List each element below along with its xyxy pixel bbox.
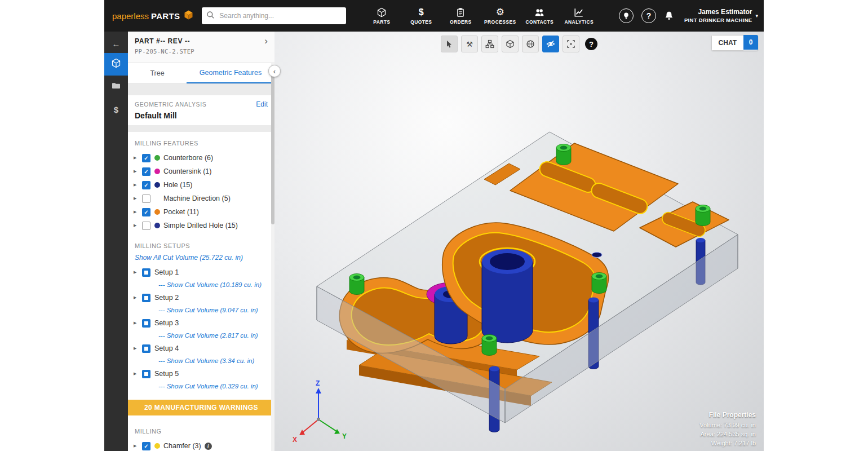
caret-icon[interactable]: [134, 270, 141, 275]
checkbox[interactable]: [142, 319, 150, 328]
checkbox[interactable]: [142, 222, 150, 230]
viewer-help-button[interactable]: ?: [585, 38, 597, 50]
nav-orders[interactable]: ORDERS: [441, 0, 480, 32]
paperless-parts-logo[interactable]: paperlessPARTS: [112, 10, 194, 23]
nav-contacts[interactable]: CONTACTS: [520, 0, 559, 32]
hide-geometry-icon: [546, 39, 555, 48]
rail-item-pricing[interactable]: [104, 98, 128, 121]
file-properties-area: Area: 224.535 sq. in: [699, 430, 756, 439]
nav-label: CONTACTS: [525, 19, 553, 25]
chevron-right-icon: [264, 38, 268, 45]
show-cut-volume-link[interactable]: --- Show Cut Volume (3.34 cu. in): [128, 355, 274, 366]
feature-row: Machine Direction (5): [128, 192, 274, 205]
primary-nav: PARTS $ QUOTES ORDERS ⚙ PROCESSES CONTAC…: [362, 0, 599, 32]
folder-icon: [111, 81, 121, 93]
feature-label: Machine Direction (5): [163, 194, 231, 202]
clipboard-icon: [455, 7, 466, 17]
feature-row: Pocket (11): [128, 205, 274, 219]
help-icon[interactable]: ?: [641, 8, 656, 23]
checkbox[interactable]: [142, 370, 150, 378]
setup-label: Setup 1: [154, 268, 179, 276]
caret-icon[interactable]: [134, 169, 141, 174]
axis-x-label: X: [293, 436, 297, 444]
rail-item-files[interactable]: [104, 76, 128, 98]
checkbox[interactable]: [142, 208, 150, 216]
caret-icon[interactable]: [134, 223, 141, 228]
checkbox[interactable]: [142, 194, 150, 203]
feature-row: Countersink (1): [128, 165, 274, 178]
show-cut-volume-link[interactable]: --- Show Cut Volume (2.817 cu. in): [128, 329, 274, 341]
warning-row: Chamfer (3): [128, 439, 274, 451]
rail-item-part-viewer[interactable]: [104, 53, 128, 76]
checkbox[interactable]: [142, 268, 150, 277]
checkbox[interactable]: [142, 294, 150, 302]
chevron-down-icon: [755, 13, 758, 19]
section-title: MILLING: [128, 428, 274, 435]
caret-icon[interactable]: [134, 183, 141, 187]
checkbox[interactable]: [142, 181, 150, 189]
dollar-icon: $: [419, 7, 424, 17]
caret-icon[interactable]: [134, 295, 141, 300]
nav-label: PROCESSES: [484, 19, 516, 25]
setup-block: Setup 1 --- Show Cut Volume (10.189 cu. …: [128, 266, 274, 290]
nav-quotes[interactable]: $ QUOTES: [401, 0, 441, 32]
notifications-bell-icon[interactable]: [664, 11, 674, 21]
warning-label: Chamfer (3): [163, 442, 201, 450]
info-icon[interactable]: [205, 443, 212, 450]
caret-icon[interactable]: [134, 444, 141, 448]
caret-icon[interactable]: [134, 321, 141, 325]
back-arrow-icon[interactable]: [104, 34, 128, 53]
chat-button[interactable]: CHAT 0: [711, 35, 758, 51]
section-title: MILLING FEATURES: [128, 140, 274, 147]
search-input[interactable]: [218, 11, 342, 20]
section-title: MILLING SETUPS: [128, 242, 274, 249]
checkbox[interactable]: [142, 344, 150, 353]
fit-view-button[interactable]: [563, 36, 579, 52]
show-cut-volume-link[interactable]: --- Show Cut Volume (10.189 cu. in): [128, 278, 274, 290]
show-all-cut-volume-link[interactable]: Show All Cut Volume (25.722 cu. in): [128, 254, 274, 262]
caret-icon[interactable]: [134, 210, 141, 214]
manufacturing-warnings-banner[interactable]: 20 MANUFACTURING WARNINGS: [128, 400, 274, 415]
nav-processes[interactable]: ⚙ PROCESSES: [480, 0, 520, 32]
file-properties-volume: Volume: 73.99 cu. in: [699, 421, 756, 430]
checkbox[interactable]: [142, 167, 150, 176]
edit-link[interactable]: Edit: [256, 100, 268, 108]
show-cut-volume-link[interactable]: --- Show Cut Volume (9.047 cu. in): [128, 304, 274, 316]
logo-cube-icon: [182, 10, 194, 23]
checkbox[interactable]: [142, 442, 150, 450]
global-search: [202, 7, 346, 24]
3d-viewer: ⚒ ? CHAT 0: [274, 32, 764, 451]
nav-analytics[interactable]: ANALYTICS: [559, 0, 599, 32]
tools-icon: ⚒: [466, 41, 473, 48]
caret-icon[interactable]: [134, 372, 141, 376]
user-org: PINT DRINKER MACHINE: [684, 16, 752, 24]
globe-view-button[interactable]: [522, 36, 539, 52]
sidebar-collapse-button[interactable]: [268, 65, 281, 77]
setup-label: Setup 5: [154, 370, 179, 378]
select-tool-button[interactable]: [441, 36, 458, 52]
caret-icon[interactable]: [134, 156, 141, 160]
solid-view-button[interactable]: [502, 36, 519, 52]
file-properties-title: File Properties: [699, 411, 756, 419]
setup-block: Setup 3 --- Show Cut Volume (2.817 cu. i…: [128, 317, 274, 341]
cursor-icon: [445, 39, 454, 48]
part-filename: PP-205-NC-2.STEP: [135, 48, 268, 55]
chat-label: CHAT: [711, 35, 743, 51]
user-menu[interactable]: James Estimator PINT DRINKER MACHINE: [684, 8, 758, 24]
caret-icon[interactable]: [134, 196, 141, 201]
tab-tree[interactable]: Tree: [128, 63, 187, 83]
assembly-tree-button[interactable]: [481, 36, 498, 52]
nav-parts[interactable]: PARTS: [362, 0, 401, 32]
lightbulb-icon[interactable]: [619, 8, 634, 23]
hide-geometry-button[interactable]: [542, 36, 559, 52]
3d-viewport[interactable]: Z X Y: [274, 32, 764, 451]
checkbox[interactable]: [142, 154, 150, 162]
part-header[interactable]: PART #-- REV -- PP-205-NC-2.STEP: [128, 32, 274, 63]
tab-geometric-features[interactable]: Geometric Features: [187, 63, 274, 83]
caret-icon[interactable]: [134, 346, 141, 351]
show-cut-volume-link[interactable]: --- Show Cut Volume (0.329 cu. in): [128, 380, 274, 392]
color-dot: [154, 443, 160, 449]
measure-tools-button[interactable]: ⚒: [461, 36, 478, 52]
top-nav: paperlessPARTS PARTS $ QUOTES ORDERS ⚙ P…: [104, 0, 764, 32]
logo-word-2: PARTS: [151, 11, 180, 21]
